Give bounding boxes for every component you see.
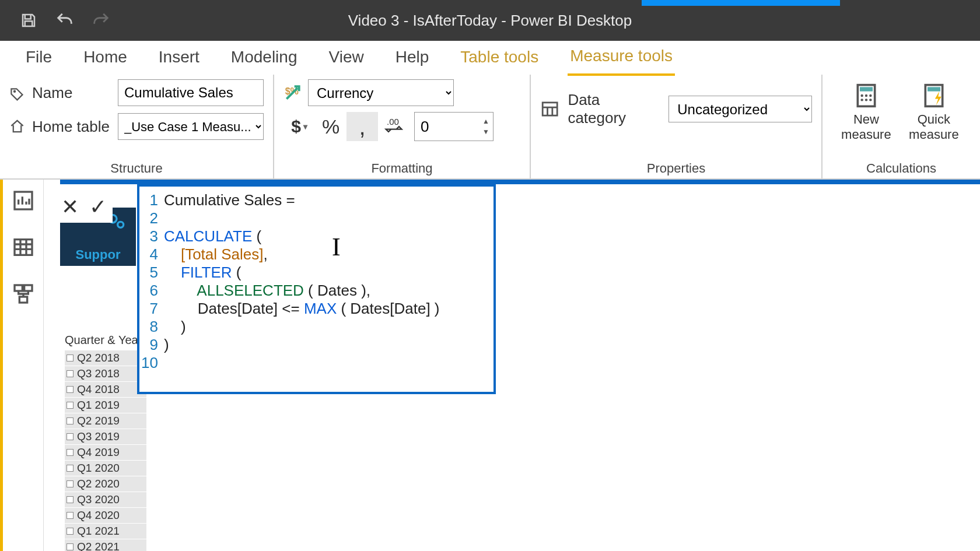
- tab-view[interactable]: View: [327, 41, 366, 75]
- decimals-up[interactable]: ▲: [479, 116, 493, 127]
- svg-point-7: [869, 94, 872, 97]
- report-view-icon[interactable]: [12, 189, 35, 212]
- model-view-icon[interactable]: [12, 282, 35, 306]
- save-icon[interactable]: [18, 9, 40, 31]
- tab-file[interactable]: File: [23, 41, 54, 75]
- home-table-icon: [9, 118, 25, 135]
- formatting-group-label: Formatting: [284, 157, 520, 176]
- tab-modeling[interactable]: Modeling: [229, 41, 300, 75]
- svg-point-10: [869, 99, 872, 101]
- slicer-item[interactable]: Q2 2019: [65, 413, 146, 429]
- svg-rect-15: [15, 285, 22, 291]
- svg-rect-4: [860, 87, 873, 91]
- svg-rect-14: [15, 240, 32, 255]
- svg-point-6: [865, 94, 867, 97]
- slicer-item[interactable]: Q1 2019: [65, 398, 146, 413]
- data-category-label: Data category: [568, 91, 660, 127]
- slicer-item[interactable]: Q4 2020: [65, 508, 146, 523]
- svg-point-8: [860, 99, 863, 101]
- redo-icon: [90, 9, 112, 31]
- slicer-item[interactable]: Q1 2020: [65, 461, 146, 476]
- name-label: Name: [32, 84, 111, 102]
- slicer-item[interactable]: Q3 2019: [65, 429, 146, 444]
- quick-measure-icon: [921, 83, 947, 108]
- decimal-places-icon: .00: [378, 112, 410, 141]
- tab-home[interactable]: Home: [81, 41, 130, 75]
- slicer-item[interactable]: Q2 2020: [65, 476, 146, 492]
- currency-button[interactable]: $: [284, 112, 315, 141]
- slicer-item[interactable]: Q2 2018: [65, 350, 146, 366]
- title-bar: Video 3 - IsAfterToday - Power BI Deskto…: [0, 0, 980, 41]
- ribbon-tabs: File Home Insert Modeling View Help Tabl…: [0, 41, 980, 75]
- thousands-separator-button[interactable]: ,: [346, 112, 378, 141]
- home-table-select[interactable]: _Use Case 1 Measu...: [118, 113, 264, 140]
- accent-strip: [642, 0, 840, 6]
- data-category-select[interactable]: Uncategorized: [668, 96, 812, 122]
- ribbon: Name Home table _Use Case 1 Measu... Str…: [0, 75, 980, 180]
- quick-measure-label: Quick measure: [904, 112, 964, 143]
- tab-table-tools[interactable]: Table tools: [458, 41, 541, 75]
- slicer-item[interactable]: Q4 2018: [65, 382, 146, 397]
- support-label: Suppor: [76, 247, 121, 262]
- structure-group-label: Structure: [9, 157, 264, 176]
- undo-icon[interactable]: [54, 9, 76, 31]
- format-select[interactable]: Currency: [308, 79, 454, 106]
- name-tag-icon: [9, 84, 25, 101]
- percent-button[interactable]: %: [315, 112, 346, 141]
- slicer-item[interactable]: Q3 2018: [65, 366, 146, 381]
- new-measure-button[interactable]: New measure: [839, 83, 894, 143]
- app-title: Video 3 - IsAfterToday - Power BI Deskto…: [348, 12, 632, 30]
- svg-text:.00: .00: [387, 117, 399, 127]
- formula-cancel-button[interactable]: ✕: [61, 195, 79, 219]
- slicer-item[interactable]: Q2 2021: [65, 539, 146, 551]
- svg-rect-17: [19, 297, 27, 303]
- slicer-item[interactable]: Q3 2020: [65, 492, 146, 507]
- svg-point-5: [860, 94, 863, 97]
- report-canvas[interactable]: ✕ ✓ Suppor Quarter & Year Q2 2018Q3 2018…: [44, 180, 980, 551]
- dax-formula-editor[interactable]: 1Cumulative Sales = 23CALCULATE ( 4 [Tot…: [137, 184, 496, 394]
- decimals-input[interactable]: [415, 113, 479, 141]
- svg-rect-16: [24, 285, 32, 291]
- formula-commit-button[interactable]: ✓: [89, 195, 107, 219]
- svg-rect-12: [928, 87, 940, 91]
- svg-rect-2: [542, 103, 557, 115]
- home-table-label: Home table: [32, 118, 111, 136]
- data-view-icon[interactable]: [12, 236, 35, 259]
- properties-group-label: Properties: [540, 157, 812, 176]
- tab-insert[interactable]: Insert: [156, 41, 202, 75]
- format-icon: $%: [284, 83, 302, 102]
- slicer-item[interactable]: Q1 2021: [65, 524, 146, 539]
- quick-measure-button[interactable]: Quick measure: [904, 83, 964, 143]
- canvas-selection-bar: [60, 180, 980, 184]
- data-category-icon: [540, 99, 559, 119]
- svg-point-9: [865, 99, 867, 101]
- tab-help[interactable]: Help: [393, 41, 432, 75]
- calculations-group-label: Calculations: [832, 157, 971, 176]
- new-measure-label: New measure: [839, 112, 894, 143]
- svg-point-19: [118, 222, 124, 227]
- tab-measure-tools[interactable]: Measure tools: [568, 40, 675, 76]
- slicer-title: Quarter & Year: [65, 331, 146, 350]
- name-input[interactable]: [118, 79, 264, 106]
- view-rail: [0, 180, 44, 551]
- decimals-down[interactable]: ▼: [479, 127, 493, 137]
- slicer-item[interactable]: Q4 2019: [65, 445, 146, 460]
- quarter-year-slicer[interactable]: Quarter & Year Q2 2018Q3 2018Q4 2018Q1 2…: [65, 331, 146, 551]
- decimals-spinner[interactable]: ▲ ▼: [414, 112, 494, 141]
- calculator-icon: [853, 83, 879, 108]
